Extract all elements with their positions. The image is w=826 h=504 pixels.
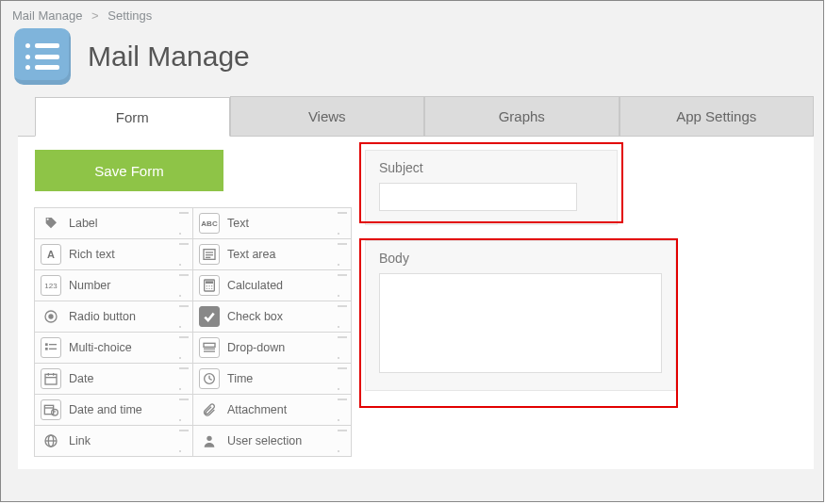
- palette-label: Radio button: [69, 310, 136, 323]
- drag-handle-icon: [338, 367, 347, 390]
- palette-item-dropdown[interactable]: Drop-down: [192, 332, 352, 364]
- drag-handle-icon: [338, 430, 347, 452]
- svg-point-30: [52, 409, 58, 415]
- globe-icon: [41, 431, 61, 451]
- left-pane: Save Form Label ABC Text A Rich text: [18, 137, 359, 469]
- tabs: Form Views Graphs App Settings: [1, 94, 823, 136]
- form-canvas[interactable]: Subject Body: [359, 137, 814, 469]
- svg-rect-15: [49, 344, 57, 345]
- palette-label: Text area: [227, 248, 275, 261]
- svg-rect-21: [45, 374, 57, 384]
- breadcrumb-separator: >: [91, 8, 99, 23]
- palette-label: Date: [69, 372, 93, 385]
- palette-item-attachment[interactable]: Attachment: [192, 394, 352, 426]
- svg-point-35: [206, 436, 211, 441]
- palette-item-link[interactable]: Link: [34, 425, 193, 457]
- breadcrumb: Mail Manage > Settings: [1, 1, 823, 26]
- palette-label: Label: [69, 217, 98, 230]
- field-subject-input[interactable]: [379, 183, 577, 211]
- drag-handle-icon: [179, 243, 189, 266]
- field-body[interactable]: Body: [365, 240, 676, 391]
- app-frame: Mail Manage > Settings Mail Manage Form …: [0, 0, 824, 502]
- palette-label: Attachment: [227, 403, 287, 416]
- tab-app-settings[interactable]: App Settings: [620, 96, 815, 136]
- drag-handle-icon: [179, 398, 189, 421]
- palette-item-checkbox[interactable]: Check box: [192, 301, 352, 333]
- palette-label: Multi-choice: [69, 341, 132, 354]
- app-list-icon: [14, 28, 71, 85]
- palette-item-userselection[interactable]: User selection: [192, 425, 352, 457]
- letter-a-icon: A: [41, 244, 61, 265]
- field-body-textarea[interactable]: [379, 273, 662, 373]
- drag-handle-icon: [179, 430, 189, 452]
- drag-handle-icon: [338, 398, 347, 421]
- palette-item-number[interactable]: 123 Number: [34, 269, 193, 301]
- palette-label: Calculated: [227, 279, 283, 292]
- svg-point-11: [211, 288, 212, 289]
- checkbox-icon: [199, 306, 220, 327]
- palette-label: Text: [227, 217, 249, 230]
- drag-handle-icon: [179, 274, 189, 297]
- field-body-label: Body: [379, 251, 662, 266]
- svg-rect-18: [204, 343, 215, 347]
- breadcrumb-current: Settings: [107, 8, 152, 23]
- svg-rect-16: [45, 348, 48, 350]
- drag-handle-icon: [338, 274, 347, 297]
- svg-point-10: [208, 288, 209, 289]
- palette-item-radio[interactable]: Radio button: [34, 301, 193, 333]
- palette-item-time[interactable]: Time: [192, 363, 352, 395]
- svg-rect-20: [204, 350, 215, 351]
- drag-handle-icon: [338, 243, 347, 266]
- breadcrumb-root[interactable]: Mail Manage: [12, 8, 82, 23]
- palette-label: Check box: [227, 310, 283, 323]
- palette-label: User selection: [227, 434, 302, 447]
- svg-rect-14: [45, 343, 48, 346]
- user-icon: [199, 431, 220, 451]
- svg-rect-5: [206, 281, 213, 284]
- calculator-icon: [199, 275, 220, 296]
- drag-handle-icon: [179, 336, 189, 359]
- svg-line-27: [209, 379, 212, 380]
- page-title: Mail Manage: [88, 41, 250, 73]
- paperclip-icon: [199, 399, 220, 420]
- palette-label: Number: [69, 279, 110, 292]
- palette-item-calculated[interactable]: Calculated: [192, 269, 352, 301]
- palette-item-textarea[interactable]: Text area: [192, 238, 352, 270]
- drag-handle-icon: [338, 336, 347, 359]
- svg-point-13: [48, 314, 53, 318]
- palette-label: Time: [227, 372, 253, 385]
- page-header: Mail Manage: [1, 26, 823, 94]
- tab-graphs[interactable]: Graphs: [424, 96, 620, 136]
- clock-icon: [199, 368, 220, 389]
- save-form-button[interactable]: Save Form: [35, 150, 223, 191]
- tag-icon: [41, 213, 61, 234]
- svg-point-6: [206, 285, 207, 286]
- list-check-icon: [41, 337, 61, 358]
- svg-point-8: [211, 285, 212, 286]
- drag-handle-icon: [179, 212, 189, 235]
- palette-item-label[interactable]: Label: [34, 207, 193, 239]
- field-palette: Label ABC Text A Rich text: [35, 208, 350, 457]
- tab-views[interactable]: Views: [230, 96, 425, 136]
- svg-point-7: [208, 285, 209, 286]
- svg-rect-17: [49, 349, 57, 350]
- radio-icon: [41, 306, 61, 327]
- field-subject[interactable]: Subject: [365, 150, 618, 225]
- number-icon: 123: [41, 275, 61, 296]
- textarea-icon: [199, 244, 220, 265]
- svg-point-9: [206, 288, 207, 289]
- palette-item-richtext[interactable]: A Rich text: [34, 238, 193, 270]
- palette-label: Drop-down: [227, 341, 285, 354]
- palette-item-text[interactable]: ABC Text: [192, 207, 352, 239]
- palette-label: Link: [69, 434, 91, 447]
- calendar-clock-icon: [41, 399, 61, 420]
- drag-handle-icon: [338, 305, 347, 328]
- palette-item-date[interactable]: Date: [34, 363, 193, 395]
- palette-label: Date and time: [69, 403, 142, 416]
- palette-item-multichoice[interactable]: Multi-choice: [34, 332, 193, 364]
- drag-handle-icon: [338, 212, 347, 235]
- palette-label: Rich text: [69, 248, 115, 261]
- tab-form[interactable]: Form: [35, 97, 230, 137]
- content-area: Save Form Label ABC Text A Rich text: [18, 136, 814, 469]
- palette-item-datetime[interactable]: Date and time: [34, 394, 193, 426]
